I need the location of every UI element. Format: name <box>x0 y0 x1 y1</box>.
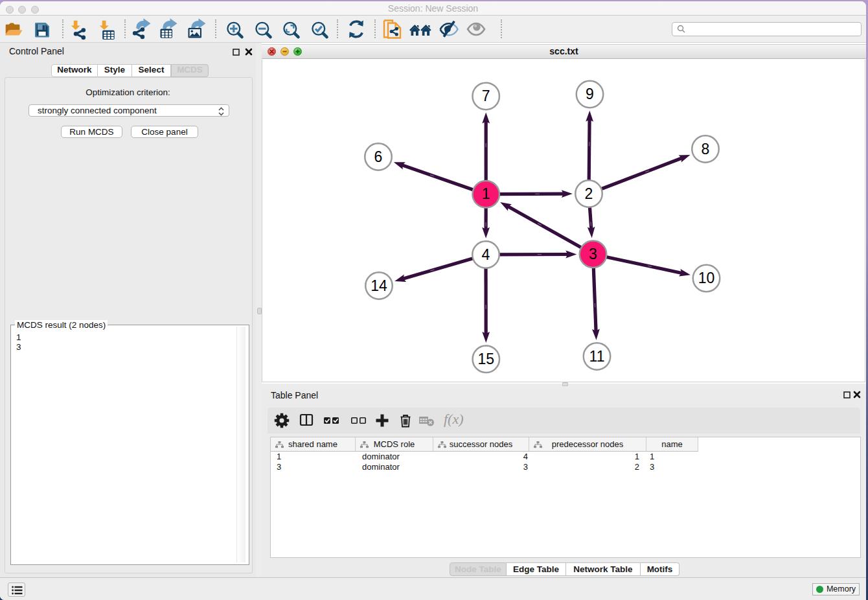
svg-text:f(x): f(x) <box>444 411 464 427</box>
